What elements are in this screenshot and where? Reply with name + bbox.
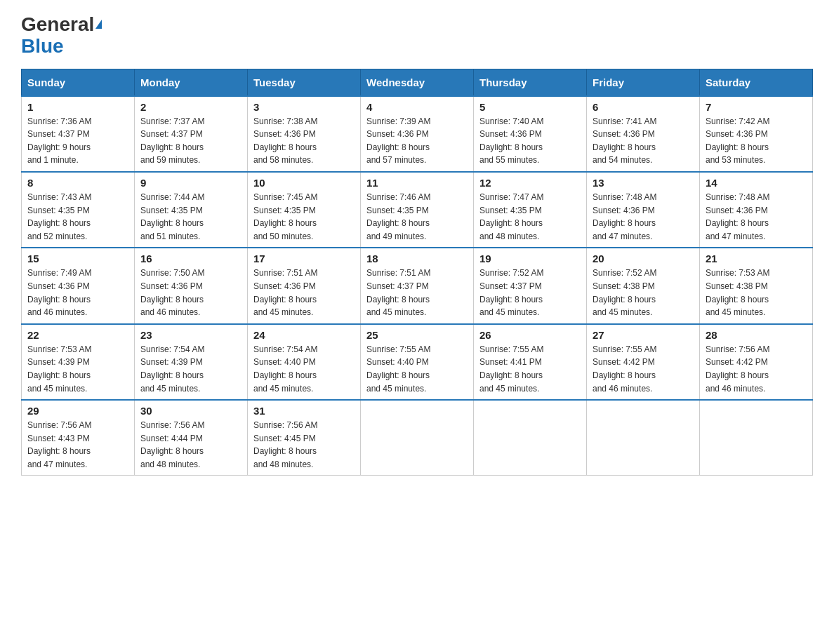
day-info: Sunrise: 7:53 AMSunset: 4:39 PMDaylight:…: [27, 343, 128, 395]
day-info: Sunrise: 7:49 AMSunset: 4:36 PMDaylight:…: [27, 267, 128, 318]
day-info: Sunrise: 7:55 AMSunset: 4:42 PMDaylight:…: [593, 343, 694, 395]
calendar-week-row: 8 Sunrise: 7:43 AMSunset: 4:35 PMDayligh…: [22, 172, 813, 248]
day-number: 15: [27, 253, 128, 264]
calendar-cell: 23 Sunrise: 7:54 AMSunset: 4:39 PMDaylig…: [135, 324, 248, 400]
day-number: 21: [706, 253, 807, 264]
column-header-wednesday: Wednesday: [361, 69, 474, 96]
day-info: Sunrise: 7:36 AMSunset: 4:37 PMDaylight:…: [27, 115, 128, 167]
day-number: 3: [253, 101, 355, 113]
day-number: 8: [27, 177, 128, 189]
day-info: Sunrise: 7:44 AMSunset: 4:35 PMDaylight:…: [140, 191, 241, 243]
day-number: 9: [140, 177, 241, 189]
calendar-week-row: 22 Sunrise: 7:53 AMSunset: 4:39 PMDaylig…: [22, 324, 813, 400]
day-number: 6: [593, 101, 694, 113]
logo-blue: Blue: [21, 36, 64, 58]
day-info: Sunrise: 7:38 AMSunset: 4:36 PMDaylight:…: [253, 115, 355, 167]
day-info: Sunrise: 7:56 AMSunset: 4:43 PMDaylight:…: [27, 419, 128, 471]
calendar-cell: 27 Sunrise: 7:55 AMSunset: 4:42 PMDaylig…: [587, 324, 700, 400]
calendar-cell: 6 Sunrise: 7:41 AMSunset: 4:36 PMDayligh…: [587, 96, 700, 172]
day-info: Sunrise: 7:41 AMSunset: 4:36 PMDaylight:…: [593, 115, 694, 167]
day-info: Sunrise: 7:37 AMSunset: 4:37 PMDaylight:…: [140, 115, 241, 167]
calendar-cell: 25 Sunrise: 7:55 AMSunset: 4:40 PMDaylig…: [361, 324, 474, 400]
day-number: 17: [253, 253, 355, 264]
day-number: 11: [366, 177, 468, 189]
calendar-cell: 30 Sunrise: 7:56 AMSunset: 4:44 PMDaylig…: [135, 400, 248, 476]
calendar-cell: 1 Sunrise: 7:36 AMSunset: 4:37 PMDayligh…: [22, 96, 135, 172]
calendar-cell: 3 Sunrise: 7:38 AMSunset: 4:36 PMDayligh…: [248, 96, 361, 172]
day-info: Sunrise: 7:54 AMSunset: 4:39 PMDaylight:…: [140, 343, 241, 395]
calendar-cell: 16 Sunrise: 7:50 AMSunset: 4:36 PMDaylig…: [135, 248, 248, 323]
calendar-cell: 2 Sunrise: 7:37 AMSunset: 4:37 PMDayligh…: [135, 96, 248, 172]
logo: General Blue: [21, 14, 102, 58]
day-info: Sunrise: 7:56 AMSunset: 4:42 PMDaylight:…: [706, 343, 807, 395]
day-number: 22: [27, 329, 128, 341]
calendar-cell: 31 Sunrise: 7:56 AMSunset: 4:45 PMDaylig…: [248, 400, 361, 476]
calendar-cell: 18 Sunrise: 7:51 AMSunset: 4:37 PMDaylig…: [361, 248, 474, 323]
column-header-tuesday: Tuesday: [248, 69, 361, 96]
column-header-saturday: Saturday: [700, 69, 813, 96]
calendar-cell: [474, 400, 587, 476]
day-number: 2: [140, 101, 241, 113]
column-header-friday: Friday: [587, 69, 700, 96]
column-header-thursday: Thursday: [474, 69, 587, 96]
day-info: Sunrise: 7:51 AMSunset: 4:37 PMDaylight:…: [366, 267, 468, 318]
calendar-cell: 5 Sunrise: 7:40 AMSunset: 4:36 PMDayligh…: [474, 96, 587, 172]
day-info: Sunrise: 7:47 AMSunset: 4:35 PMDaylight:…: [479, 191, 581, 243]
day-info: Sunrise: 7:52 AMSunset: 4:38 PMDaylight:…: [593, 267, 694, 318]
day-number: 30: [140, 405, 241, 417]
logo-general: General: [21, 14, 94, 36]
day-number: 14: [706, 177, 807, 189]
day-number: 13: [593, 177, 694, 189]
day-number: 16: [140, 253, 241, 264]
day-info: Sunrise: 7:43 AMSunset: 4:35 PMDaylight:…: [27, 191, 128, 243]
day-number: 20: [593, 253, 694, 264]
column-header-monday: Monday: [135, 69, 248, 96]
calendar-cell: 14 Sunrise: 7:48 AMSunset: 4:36 PMDaylig…: [700, 172, 813, 248]
day-number: 10: [253, 177, 355, 189]
calendar-cell: 29 Sunrise: 7:56 AMSunset: 4:43 PMDaylig…: [22, 400, 135, 476]
calendar-cell: 12 Sunrise: 7:47 AMSunset: 4:35 PMDaylig…: [474, 172, 587, 248]
calendar-cell: 21 Sunrise: 7:53 AMSunset: 4:38 PMDaylig…: [700, 248, 813, 323]
calendar-cell: 20 Sunrise: 7:52 AMSunset: 4:38 PMDaylig…: [587, 248, 700, 323]
day-number: 18: [366, 253, 468, 264]
day-number: 24: [253, 329, 355, 341]
calendar-cell: 11 Sunrise: 7:46 AMSunset: 4:35 PMDaylig…: [361, 172, 474, 248]
page-header: General Blue: [21, 14, 813, 58]
calendar-cell: 9 Sunrise: 7:44 AMSunset: 4:35 PMDayligh…: [135, 172, 248, 248]
day-info: Sunrise: 7:48 AMSunset: 4:36 PMDaylight:…: [593, 191, 694, 243]
day-number: 23: [140, 329, 241, 341]
day-info: Sunrise: 7:50 AMSunset: 4:36 PMDaylight:…: [140, 267, 241, 318]
day-number: 4: [366, 101, 468, 113]
day-number: 31: [253, 405, 355, 417]
calendar-cell: 10 Sunrise: 7:45 AMSunset: 4:35 PMDaylig…: [248, 172, 361, 248]
calendar-cell: 4 Sunrise: 7:39 AMSunset: 4:36 PMDayligh…: [361, 96, 474, 172]
day-info: Sunrise: 7:39 AMSunset: 4:36 PMDaylight:…: [366, 115, 468, 167]
day-info: Sunrise: 7:55 AMSunset: 4:41 PMDaylight:…: [479, 343, 581, 395]
day-info: Sunrise: 7:45 AMSunset: 4:35 PMDaylight:…: [253, 191, 355, 243]
calendar-cell: [361, 400, 474, 476]
day-number: 27: [593, 329, 694, 341]
calendar-cell: 15 Sunrise: 7:49 AMSunset: 4:36 PMDaylig…: [22, 248, 135, 323]
day-number: 26: [479, 329, 581, 341]
calendar-cell: 28 Sunrise: 7:56 AMSunset: 4:42 PMDaylig…: [700, 324, 813, 400]
calendar-cell: [700, 400, 813, 476]
day-info: Sunrise: 7:40 AMSunset: 4:36 PMDaylight:…: [479, 115, 581, 167]
day-info: Sunrise: 7:56 AMSunset: 4:45 PMDaylight:…: [253, 419, 355, 471]
day-info: Sunrise: 7:46 AMSunset: 4:35 PMDaylight:…: [366, 191, 468, 243]
day-info: Sunrise: 7:51 AMSunset: 4:36 PMDaylight:…: [253, 267, 355, 318]
day-number: 7: [706, 101, 807, 113]
calendar-week-row: 15 Sunrise: 7:49 AMSunset: 4:36 PMDaylig…: [22, 248, 813, 323]
day-info: Sunrise: 7:56 AMSunset: 4:44 PMDaylight:…: [140, 419, 241, 471]
day-number: 19: [479, 253, 581, 264]
calendar-cell: 22 Sunrise: 7:53 AMSunset: 4:39 PMDaylig…: [22, 324, 135, 400]
column-header-sunday: Sunday: [22, 69, 135, 96]
day-number: 1: [27, 101, 128, 113]
calendar-cell: 13 Sunrise: 7:48 AMSunset: 4:36 PMDaylig…: [587, 172, 700, 248]
day-number: 12: [479, 177, 581, 189]
calendar-cell: 8 Sunrise: 7:43 AMSunset: 4:35 PMDayligh…: [22, 172, 135, 248]
calendar-cell: 17 Sunrise: 7:51 AMSunset: 4:36 PMDaylig…: [248, 248, 361, 323]
calendar-table: SundayMondayTuesdayWednesdayThursdayFrid…: [21, 69, 813, 476]
calendar-header-row: SundayMondayTuesdayWednesdayThursdayFrid…: [22, 69, 813, 96]
day-number: 5: [479, 101, 581, 113]
calendar-cell: [587, 400, 700, 476]
